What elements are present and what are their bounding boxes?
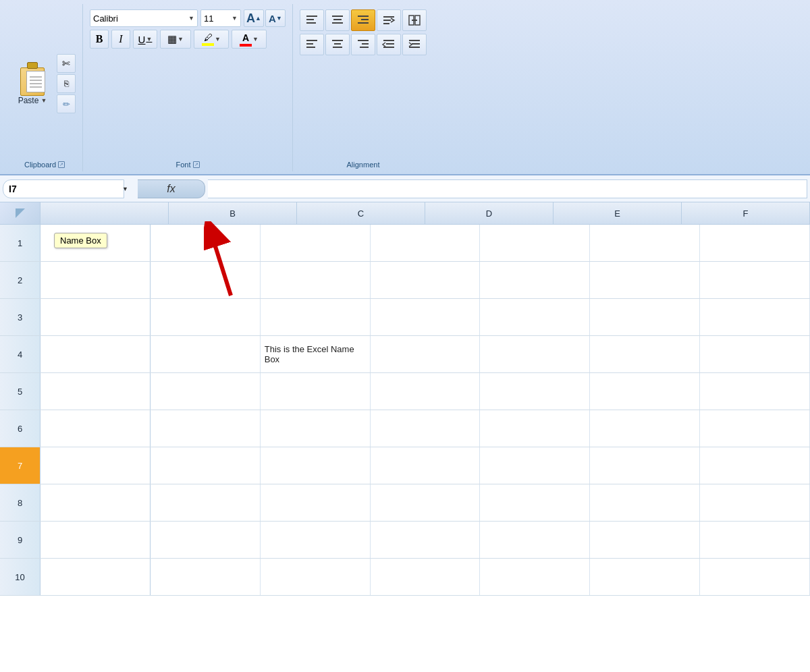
- cell-a10[interactable]: [40, 559, 151, 595]
- font-color-button[interactable]: A ▼: [232, 30, 267, 49]
- cell-b9[interactable]: [151, 522, 261, 558]
- cell-f8[interactable]: [590, 484, 700, 521]
- cell-f4[interactable]: [590, 336, 700, 372]
- align-top-left-button[interactable]: [300, 9, 324, 31]
- cell-d2[interactable]: [371, 262, 481, 298]
- increase-indent-button[interactable]: [402, 34, 427, 55]
- cell-undefined10[interactable]: [700, 559, 810, 595]
- col-header-a[interactable]: [40, 202, 169, 224]
- name-box[interactable]: I7: [3, 179, 124, 198]
- cell-a4[interactable]: [40, 336, 151, 372]
- cell-f7[interactable]: [590, 447, 700, 484]
- cell-undefined5[interactable]: [700, 373, 810, 410]
- cell-undefined8[interactable]: [700, 484, 810, 521]
- cell-undefined7[interactable]: [700, 447, 810, 484]
- align-top-center-button[interactable]: [325, 9, 350, 31]
- cell-d4[interactable]: [371, 336, 481, 372]
- border-button[interactable]: ▦ ▼: [160, 30, 191, 49]
- format-painter-button[interactable]: ✏: [57, 94, 76, 113]
- paste-button[interactable]: Paste ▼: [14, 61, 51, 107]
- cell-d9[interactable]: [371, 522, 481, 558]
- shrink-font-button[interactable]: A▼: [265, 9, 286, 27]
- cell-c1[interactable]: [261, 225, 371, 261]
- grow-font-button[interactable]: A▲: [244, 9, 264, 27]
- col-header-c[interactable]: C: [297, 202, 425, 224]
- cell-d3[interactable]: [371, 299, 481, 335]
- merge-button[interactable]: [402, 9, 427, 31]
- cell-e2[interactable]: [480, 262, 590, 298]
- cell-e7[interactable]: [480, 447, 590, 484]
- cell-b6[interactable]: [151, 410, 261, 447]
- cell-c10[interactable]: [261, 559, 371, 595]
- underline-button[interactable]: U ▼: [133, 30, 157, 49]
- bold-button[interactable]: B: [90, 30, 109, 49]
- align-left-button[interactable]: [300, 34, 324, 55]
- cell-a9[interactable]: [40, 522, 151, 558]
- cell-e1[interactable]: [480, 225, 590, 261]
- cell-undefined9[interactable]: [700, 522, 810, 558]
- cell-c5[interactable]: [261, 373, 371, 410]
- cell-f5[interactable]: [590, 373, 700, 410]
- cell-a5[interactable]: [40, 373, 151, 410]
- cell-undefined3[interactable]: [700, 299, 810, 335]
- cell-a7[interactable]: [40, 447, 151, 484]
- cell-e4[interactable]: [480, 336, 590, 372]
- highlight-button[interactable]: 🖊 ▼: [194, 30, 229, 49]
- cell-undefined6[interactable]: [700, 410, 810, 447]
- cut-button[interactable]: ✄: [57, 54, 76, 73]
- formula-input[interactable]: [208, 179, 807, 198]
- cell-b3[interactable]: [151, 299, 261, 335]
- cell-e9[interactable]: [480, 522, 590, 558]
- cell-undefined4[interactable]: [700, 336, 810, 372]
- cell-d6[interactable]: [371, 410, 481, 447]
- cell-a8[interactable]: [40, 484, 151, 521]
- cell-e5[interactable]: [480, 373, 590, 410]
- cell-d10[interactable]: [371, 559, 481, 595]
- col-header-d[interactable]: D: [425, 202, 554, 224]
- italic-button[interactable]: I: [111, 30, 130, 49]
- cell-b1[interactable]: [151, 225, 261, 261]
- copy-button[interactable]: ⎘: [57, 74, 76, 93]
- cell-a3[interactable]: [40, 299, 151, 335]
- cell-f2[interactable]: [590, 262, 700, 298]
- decrease-indent-button[interactable]: [377, 34, 401, 55]
- cell-a2[interactable]: [40, 262, 151, 298]
- cell-c2[interactable]: [261, 262, 371, 298]
- cell-c6[interactable]: [261, 410, 371, 447]
- align-right-button[interactable]: [351, 34, 375, 55]
- font-launcher[interactable]: ↗: [193, 161, 200, 168]
- cell-c3[interactable]: [261, 299, 371, 335]
- col-header-b[interactable]: B: [169, 202, 297, 224]
- cell-b4[interactable]: [151, 336, 261, 372]
- underline-arrow[interactable]: ▼: [146, 36, 152, 43]
- align-center-button[interactable]: [325, 34, 350, 55]
- cell-b8[interactable]: [151, 484, 261, 521]
- cell-e3[interactable]: [480, 299, 590, 335]
- cell-f9[interactable]: [590, 522, 700, 558]
- col-header-e[interactable]: E: [554, 202, 682, 224]
- cell-d7[interactable]: [371, 447, 481, 484]
- cell-f1[interactable]: [590, 225, 700, 261]
- clipboard-launcher[interactable]: ↗: [58, 161, 65, 168]
- cell-e6[interactable]: [480, 410, 590, 447]
- cell-b5[interactable]: [151, 373, 261, 410]
- cell-d8[interactable]: [371, 484, 481, 521]
- cell-f3[interactable]: [590, 299, 700, 335]
- cell-undefined2[interactable]: [700, 262, 810, 298]
- cell-a6[interactable]: [40, 410, 151, 447]
- cell-e8[interactable]: [480, 484, 590, 521]
- cell-b2[interactable]: [151, 262, 261, 298]
- cell-d5[interactable]: [371, 373, 481, 410]
- wrap-text-button[interactable]: [377, 9, 401, 31]
- col-header-f[interactable]: F: [682, 202, 810, 224]
- cell-c8[interactable]: [261, 484, 371, 521]
- cell-e10[interactable]: [480, 559, 590, 595]
- font-size-selector[interactable]: 11 ▼: [200, 9, 241, 27]
- cell-b7[interactable]: [151, 447, 261, 484]
- cell-d1[interactable]: [371, 225, 481, 261]
- cell-f6[interactable]: [590, 410, 700, 447]
- cell-c4[interactable]: This is the Excel Name Box: [261, 336, 371, 372]
- paste-dropdown-arrow[interactable]: ▼: [40, 97, 47, 104]
- cell-b10[interactable]: [151, 559, 261, 595]
- cell-c9[interactable]: [261, 522, 371, 558]
